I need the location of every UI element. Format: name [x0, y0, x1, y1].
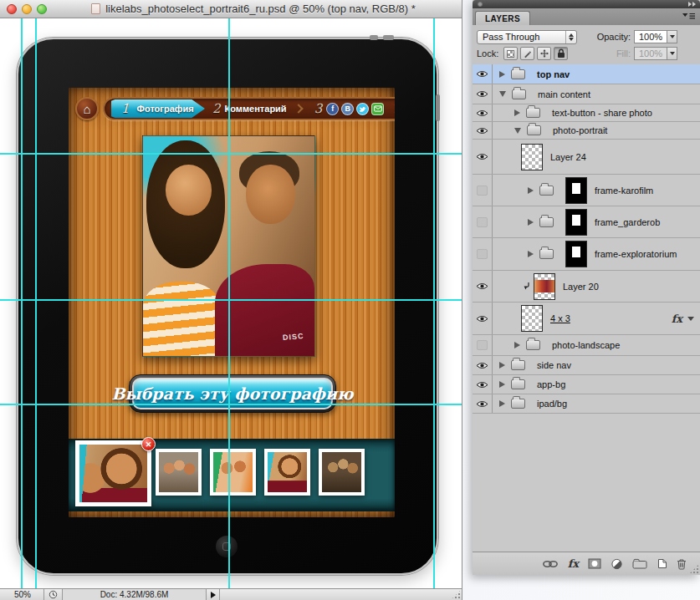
collapse-dock-icon[interactable]	[688, 2, 696, 7]
layer-row[interactable]: side nav	[473, 356, 700, 375]
close-window-button[interactable]	[7, 4, 17, 14]
layer-visibility-empty[interactable]	[473, 335, 493, 355]
vertical-guide[interactable]	[228, 18, 230, 588]
layer-row[interactable]: Layer 24	[473, 140, 700, 175]
expander-open-icon[interactable]	[499, 91, 506, 97]
canvas-area[interactable]: ⌂ 1 Фотография 2 Комментарий 3 fB	[0, 18, 462, 588]
layer-visibility-eye[interactable]	[473, 140, 493, 174]
tab-layers[interactable]: LAYERS	[475, 11, 530, 25]
layer-visibility-empty[interactable]	[473, 238, 493, 270]
fx-icon[interactable]: fx	[568, 557, 579, 570]
layer-name[interactable]: frame-exploratorium	[595, 249, 677, 259]
layer-row-body[interactable]: Layer 20	[493, 271, 700, 302]
layer-row-body[interactable]: ipad/bg	[493, 394, 700, 413]
lock-transparency-button[interactable]	[503, 47, 518, 60]
layer-thumbnail-photo[interactable]	[534, 273, 555, 300]
lock-all-button[interactable]	[554, 47, 568, 60]
layer-name[interactable]: photo-landscape	[552, 340, 620, 350]
horizontal-guide[interactable]	[0, 153, 462, 155]
layer-mask-icon[interactable]	[588, 558, 601, 569]
expander-closed-icon[interactable]	[528, 251, 534, 257]
layer-thumbnail-frame[interactable]	[565, 209, 587, 236]
layer-visibility-eye[interactable]	[473, 394, 493, 413]
status-options-arrow[interactable]	[207, 589, 220, 600]
layer-name[interactable]: main content	[538, 89, 590, 99]
layer-row[interactable]: app-bg	[473, 375, 700, 394]
delete-layer-icon[interactable]	[677, 558, 687, 570]
expander-closed-icon[interactable]	[499, 381, 505, 388]
zoom-level-field[interactable]: 50%	[0, 589, 44, 600]
layer-name[interactable]: ipad/bg	[537, 399, 567, 409]
layer-thumbnail-checker[interactable]	[521, 305, 543, 332]
layer-row[interactable]: frame-karofilm	[473, 175, 700, 206]
layer-visibility-eye[interactable]	[473, 104, 493, 121]
layer-row[interactable]: photo-portrait	[473, 122, 700, 140]
layer-thumbnail-frame[interactable]	[565, 177, 587, 204]
status-clock-icon[interactable]	[44, 589, 63, 600]
adjustment-layer-icon[interactable]	[611, 558, 623, 570]
layer-row[interactable]: text-button - share photo	[473, 104, 700, 122]
new-group-icon[interactable]	[632, 558, 647, 569]
horizontal-guide[interactable]	[0, 299, 462, 301]
layer-row[interactable]: main content	[473, 84, 700, 104]
vertical-guide[interactable]	[35, 18, 37, 588]
layer-row-body[interactable]: top nav	[493, 64, 700, 84]
layer-name[interactable]: top nav	[537, 69, 570, 79]
layer-row-body[interactable]: text-button - share photo	[493, 104, 700, 121]
layer-visibility-eye[interactable]	[473, 356, 493, 374]
layer-row-body[interactable]: frame-exploratorium	[493, 238, 700, 270]
layer-row-body[interactable]: frame-karofilm	[493, 175, 700, 206]
opacity-value-field[interactable]: 100%	[634, 30, 667, 43]
opacity-caret-icon[interactable]	[667, 30, 677, 43]
panel-menu-icon[interactable]	[682, 12, 696, 23]
panel-dock-bar[interactable]	[473, 0, 700, 8]
layer-row-body[interactable]: app-bg	[493, 375, 700, 394]
layer-visibility-eye[interactable]	[473, 122, 493, 139]
zoom-window-button[interactable]	[37, 4, 47, 14]
layer-name[interactable]: frame_garderob	[595, 217, 660, 227]
panel-close-icon[interactable]	[478, 2, 483, 7]
layer-row-body[interactable]: photo-landscape	[493, 335, 700, 355]
vertical-guide[interactable]	[21, 18, 23, 588]
minimize-window-button[interactable]	[22, 4, 32, 14]
document-proxy-icon[interactable]	[91, 3, 100, 14]
expander-closed-icon[interactable]	[499, 400, 505, 407]
window-resize-grip[interactable]	[451, 589, 462, 600]
layer-row-body[interactable]: 4 x 3fx	[493, 303, 700, 334]
layer-visibility-eye[interactable]	[473, 303, 493, 334]
layer-name[interactable]: Layer 20	[563, 282, 599, 292]
layer-row-body[interactable]: side nav	[493, 356, 700, 374]
horizontal-guide[interactable]	[0, 404, 462, 405]
layer-visibility-eye[interactable]	[473, 64, 493, 84]
layer-row-body[interactable]: frame_garderob	[493, 206, 700, 237]
expander-closed-icon[interactable]	[499, 71, 505, 78]
layer-thumbnail-checker[interactable]	[521, 144, 543, 170]
layer-name[interactable]: text-button - share photo	[552, 108, 652, 118]
layer-visibility-empty[interactable]	[473, 175, 493, 206]
new-layer-icon[interactable]	[657, 558, 667, 569]
window-titlebar[interactable]: likelabs_photoselect_portrait6_ru.psd @ …	[0, 0, 462, 18]
lock-position-button[interactable]	[537, 47, 551, 60]
expander-closed-icon[interactable]	[514, 342, 520, 348]
expander-closed-icon[interactable]	[528, 187, 534, 194]
expander-closed-icon[interactable]	[514, 109, 520, 116]
layer-name[interactable]: frame-karofilm	[595, 186, 653, 196]
layer-name[interactable]: app-bg	[537, 379, 565, 389]
layer-name[interactable]: Layer 24	[550, 152, 586, 162]
blend-mode-dropdown[interactable]: Pass Through	[477, 30, 577, 44]
layer-row-body[interactable]: main content	[493, 84, 700, 104]
expander-closed-icon[interactable]	[499, 362, 505, 369]
layer-row[interactable]: frame_garderob	[473, 206, 700, 238]
expander-closed-icon[interactable]	[528, 219, 534, 226]
lock-pixels-button[interactable]	[520, 47, 534, 60]
layer-visibility-eye[interactable]	[473, 375, 493, 394]
layer-row[interactable]: frame-exploratorium	[473, 238, 700, 271]
layer-row-body[interactable]: Layer 24	[493, 140, 700, 174]
link-icon[interactable]	[542, 559, 559, 569]
layer-name[interactable]: side nav	[537, 360, 571, 370]
layer-visibility-eye[interactable]	[473, 84, 493, 104]
layer-name[interactable]: 4 x 3	[550, 313, 570, 323]
layer-row[interactable]: 4 x 3fx	[473, 303, 700, 335]
layer-row[interactable]: top nav	[473, 64, 700, 84]
expander-open-icon[interactable]	[514, 128, 521, 134]
